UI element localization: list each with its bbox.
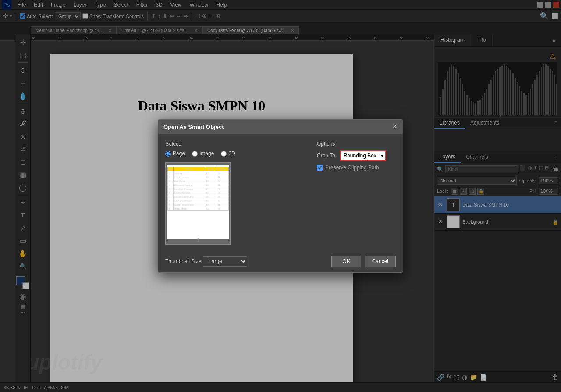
dialog-body: Select: Page Image 3D [158,134,403,252]
crop-to-label: Crop To: [317,153,337,159]
page-number: 1 [197,238,199,242]
preserve-clipping-label: Preserve Clipping Path [325,164,379,171]
crop-to-select[interactable]: Bounding Box Media Box Trim Box Bleed Bo… [340,150,386,161]
preserve-row: Preserve Clipping Path [317,164,396,171]
dialog-title: Open As Smart Object [163,124,224,130]
thumbnail-size-label: Thumbnail Size: [165,258,203,264]
crop-to-row: Crop To: Bounding Box Media Box Trim Box… [317,150,396,161]
mini-th-no: No. [168,167,174,171]
radio-page[interactable]: Page [165,150,185,157]
page-preview-inner: No. Nama Umur Kelas 1Adstara137a2Clara P… [167,165,229,239]
dialog-titlebar: Open As Smart Object ✕ [158,120,403,134]
radio-3d[interactable]: 3D [221,150,235,157]
mini-table-row: 5Jonathan Dwiputra147b [168,187,229,191]
options-label: Options [317,141,396,147]
mini-th-kelas: Kelas [217,167,228,171]
ok-button[interactable]: OK [331,256,361,267]
radio-image[interactable]: Image [192,150,214,157]
mini-table-row: 4Elvangga Saputra137b [168,183,229,187]
mini-table-row: 2Clara Purnama147b [168,175,229,179]
mini-table: No. Nama Umur Kelas 1Adstara137a2Clara P… [167,167,229,211]
open-smart-object-dialog: Open As Smart Object ✕ Select: Page Imag… [158,119,403,273]
mini-table-row: 3Deli Marna138a [168,179,229,183]
mini-table-row: 6Khairul Abdullah147b [168,191,229,195]
mini-table-row: 9Sandra Wulandiana137b [168,203,229,207]
dialog-close-button[interactable]: ✕ [392,123,398,130]
dialog-left-panel: Select: Page Image 3D [165,141,308,245]
crop-to-select-wrap: Bounding Box Media Box Trim Box Bleed Bo… [340,150,386,161]
dialog-right-panel: Options Crop To: Bounding Box Media Box … [317,141,396,245]
mini-th-nama: Nama [174,167,205,171]
cancel-button[interactable]: Cancel [365,256,396,267]
dialog-footer: OK Cancel [331,256,396,267]
mini-table-row: 10Riana Efhani138c [168,207,229,211]
radio-group: Page Image 3D [165,150,308,157]
select-label: Select: [165,141,308,147]
dialog-overlay: Open As Smart Object ✕ Select: Page Imag… [0,0,561,392]
thumbnail-size-select[interactable]: Small Medium Large Extra Large [203,256,247,267]
mini-table-row: 7Muliadi Situmorang148a [168,195,229,199]
mini-table-row: 1Adstara137a [168,171,229,175]
page-preview: No. Nama Umur Kelas 1Adstara137a2Clara P… [165,162,231,245]
mini-table-row: 8Oki Cahyaningsih139c [168,199,229,203]
mini-th-umur: Umur [205,167,217,171]
preserve-clipping-checkbox[interactable] [317,165,323,171]
thumbnail-row: Thumbnail Size: Small Medium Large Extra… [158,252,403,272]
